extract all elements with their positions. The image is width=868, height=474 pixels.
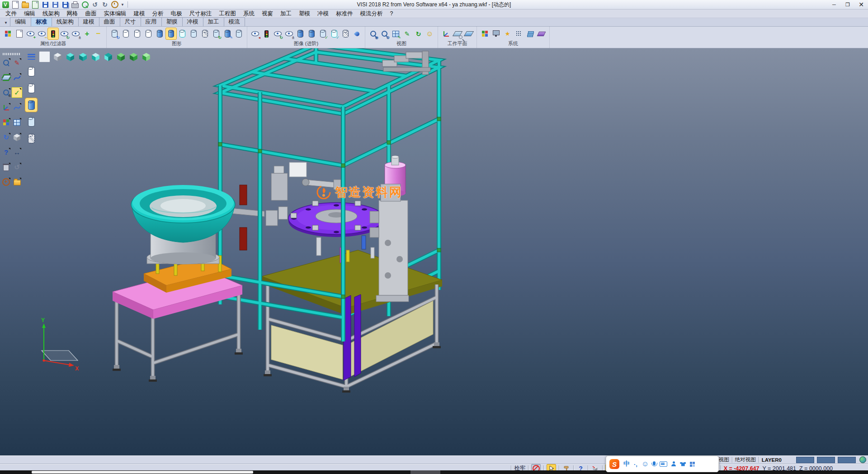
- plane-handles-icon[interactable]: [1, 73, 11, 82]
- undo-icon[interactable]: ↺: [91, 1, 99, 8]
- view-pane-edit-icon[interactable]: ✎: [391, 28, 401, 39]
- tab-progress[interactable]: 冲模: [182, 17, 203, 26]
- menu-analysis[interactable]: 分析: [149, 10, 167, 18]
- skin-icon[interactable]: [680, 462, 686, 466]
- menu-surface[interactable]: 曲面: [82, 10, 100, 18]
- advanced-shaded-icon-2[interactable]: [307, 28, 317, 39]
- chinese-mode-icon[interactable]: 中: [623, 460, 630, 468]
- tab-machining[interactable]: 加工: [203, 17, 224, 26]
- iso-cube-gray-icon[interactable]: [52, 52, 63, 62]
- wireframe-cylinder-strip-icon-2[interactable]: [25, 81, 37, 95]
- view-render-smiley-icon[interactable]: ☺: [425, 28, 435, 39]
- save-as-icon[interactable]: [51, 1, 59, 8]
- attribute-document-icon[interactable]: [14, 28, 24, 39]
- tab-edit[interactable]: 编辑: [10, 17, 31, 26]
- hide-all-icon[interactable]: −: [93, 28, 104, 39]
- active-layer-button[interactable]: LAYER0: [762, 457, 782, 463]
- advanced-check-teal-icon[interactable]: ✓: [329, 28, 340, 39]
- menu-file[interactable]: 文件: [2, 10, 20, 18]
- new-document-icon[interactable]: [11, 1, 19, 8]
- confirm-check-icon[interactable]: ✓: [12, 88, 22, 97]
- tab-modeling[interactable]: 建模: [78, 17, 99, 26]
- solid-cube-icon[interactable]: [12, 133, 22, 142]
- menu-mould[interactable]: 塑模: [295, 10, 314, 18]
- save-icon[interactable]: [41, 1, 49, 8]
- menu-progress[interactable]: 冲模: [314, 10, 332, 18]
- tab-mould[interactable]: 塑膜: [161, 17, 183, 26]
- system-layers-icon[interactable]: [525, 28, 535, 39]
- globe-icon[interactable]: [859, 456, 866, 463]
- tab-dimension[interactable]: 尺寸: [120, 17, 141, 26]
- attributes-palette-icon[interactable]: [1, 118, 11, 127]
- taskbar-search-sliver[interactable]: [32, 471, 253, 474]
- edit-delete-icon[interactable]: ✎: [12, 58, 22, 67]
- advanced-shading-drop-icon[interactable]: [352, 28, 362, 39]
- iso-cube-green-icon-3[interactable]: [141, 52, 151, 62]
- graphics-viewport[interactable]: Y X 智造资料网: [0, 48, 868, 455]
- menu-electrode[interactable]: 电极: [167, 10, 186, 18]
- regen-solid-icon[interactable]: ↻: [211, 28, 222, 39]
- iso-cube-teal-icon-1[interactable]: [65, 52, 75, 62]
- menu-mesh[interactable]: 网格: [63, 10, 82, 18]
- wireframe-cylinder-icon-2[interactable]: [132, 28, 142, 39]
- filter-traffic-light-icon[interactable]: [48, 28, 58, 39]
- regenerate-icon[interactable]: ↻: [1, 133, 11, 142]
- history-icon[interactable]: [111, 1, 119, 8]
- spline-edit-icon[interactable]: [12, 103, 22, 112]
- attribute-brush-icon[interactable]: [3, 28, 13, 39]
- maximize-button[interactable]: ❐: [841, 0, 854, 9]
- qat-dropdown-icon[interactable]: ▼: [121, 3, 124, 7]
- soft-keyboard-icon[interactable]: [660, 461, 667, 467]
- wireframe-cylinder-icon-3[interactable]: [143, 28, 154, 39]
- wireframe-cylinder-strip-icon-1[interactable]: [25, 65, 37, 78]
- workplane-plane-icon[interactable]: [463, 28, 474, 39]
- menu-system[interactable]: 系统: [240, 10, 258, 18]
- refresh-visibility-icon[interactable]: ↻: [59, 28, 70, 39]
- view-mode-button[interactable]: 绝对视图: [735, 456, 756, 463]
- tab-application[interactable]: 应用: [141, 17, 162, 26]
- advanced-mesh-icon[interactable]: [340, 28, 351, 39]
- shaded-edges-cylinder-icon[interactable]: [166, 28, 176, 39]
- advanced-select-view-icon[interactable]: ◂: [250, 28, 260, 39]
- system-point-grid-icon[interactable]: [514, 28, 524, 39]
- layer-color-swatch-2[interactable]: [817, 457, 835, 463]
- undo-step-icon[interactable]: ↺: [12, 162, 22, 172]
- close-button[interactable]: ✕: [854, 0, 868, 9]
- layer-color-swatch-1[interactable]: [796, 457, 814, 463]
- toolbar-drag-handle[interactable]: [3, 53, 21, 55]
- minimize-button[interactable]: ─: [827, 0, 841, 9]
- sogou-logo-icon[interactable]: S: [609, 459, 619, 469]
- system-color-grid-icon[interactable]: [480, 28, 490, 39]
- account-icon[interactable]: [671, 462, 676, 466]
- print-preview-icon[interactable]: [81, 1, 89, 8]
- taskbar-button-sliver[interactable]: [410, 470, 440, 474]
- shaded-cylinder-icon[interactable]: [155, 28, 165, 39]
- view-sketch-icon[interactable]: ✎: [402, 28, 412, 39]
- ghost-cylinder-icon[interactable]: [189, 28, 199, 39]
- menu-drafting[interactable]: 工程图: [216, 10, 240, 18]
- voice-input-icon[interactable]: [653, 463, 656, 465]
- curve-edit-icon[interactable]: [12, 73, 22, 82]
- save-all-icon[interactable]: [61, 1, 69, 8]
- open-folder-icon[interactable]: [12, 177, 22, 187]
- help-icon[interactable]: ?: [1, 147, 11, 157]
- advanced-toggle-view-icon[interactable]: ±: [284, 28, 294, 39]
- navigation-wheel-icon[interactable]: +: [1, 177, 11, 187]
- delete-trash-icon[interactable]: [1, 162, 11, 172]
- viewport-menu-icon[interactable]: [26, 52, 37, 62]
- zoom-preview-icon[interactable]: [1, 58, 11, 67]
- iso-cube-teal-icon-2[interactable]: [78, 52, 88, 62]
- print-icon[interactable]: [71, 1, 79, 8]
- tab-flow[interactable]: 模流: [224, 17, 245, 26]
- system-slab-icon[interactable]: [536, 28, 547, 39]
- tab-standard[interactable]: 标准: [31, 17, 52, 26]
- iso-cube-teal-icon-3[interactable]: [90, 52, 101, 62]
- wcs-axes-icon[interactable]: [1, 103, 11, 112]
- menu-machining[interactable]: 加工: [277, 10, 295, 18]
- iso-cube-green-icon-2[interactable]: [128, 52, 139, 62]
- show-all-icon[interactable]: +: [82, 28, 92, 39]
- transparent-cylinder-strip-icon[interactable]: [25, 115, 37, 128]
- measure-distance-icon[interactable]: ↔: [12, 147, 22, 157]
- tab-dropdown-icon[interactable]: ▼: [2, 21, 10, 26]
- tab-wireframe[interactable]: 线架构: [52, 17, 79, 26]
